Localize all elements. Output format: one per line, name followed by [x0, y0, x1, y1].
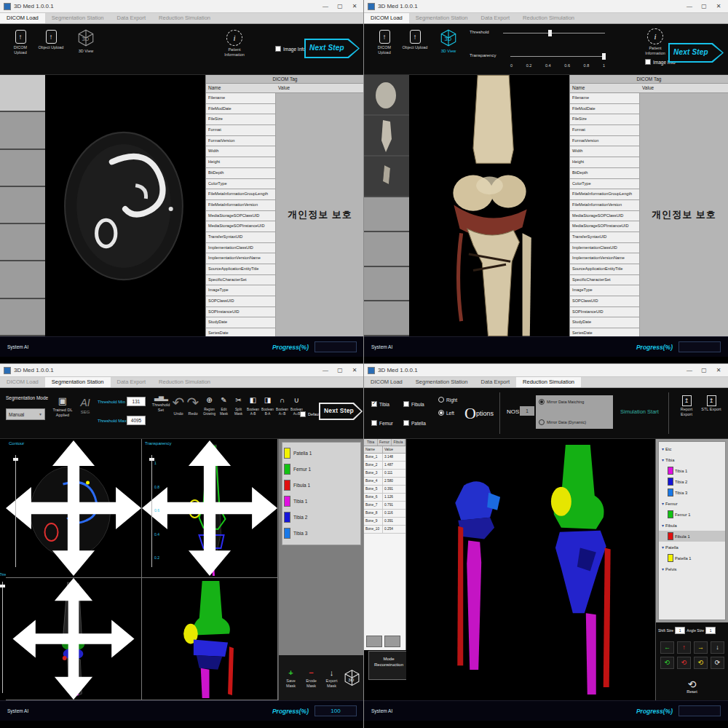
threshold-min-input[interactable]	[127, 397, 146, 406]
dicom-tag-row[interactable]: FileSize	[570, 114, 640, 125]
tree-expander-icon[interactable]: ▾	[662, 446, 664, 451]
threshold-slider[interactable]: Threshold	[470, 30, 608, 39]
dicom-tag-row[interactable]: StudyDate	[570, 317, 640, 328]
legend-item[interactable]: Tibia 1	[284, 493, 359, 509]
transparency-vertical-slider[interactable]	[151, 455, 152, 567]
legend-item[interactable]: Femur 1	[284, 461, 359, 477]
dicom-tag-row[interactable]: MediaStorageSOPInstanceUID	[206, 221, 276, 232]
series-thumbnail[interactable]	[0, 112, 45, 149]
dicom-tag-row[interactable]: ImageType	[570, 285, 640, 296]
nav-tab[interactable]: Data Export	[475, 377, 517, 387]
next-step-button[interactable]: Next Step	[668, 43, 724, 63]
seg-tool-button[interactable]: Edit Mask	[217, 394, 231, 416]
bone-visibility-checkbox[interactable]: Patella	[403, 416, 435, 430]
dicom-tag-row[interactable]: SpecificCharacterSet	[570, 275, 640, 286]
close-button[interactable]: ✕	[349, 367, 360, 373]
side-radio[interactable]: Right	[438, 397, 457, 403]
dicom-tag-row[interactable]: ImplementationClassUID	[206, 243, 276, 254]
threshold-vertical-slider[interactable]	[2, 582, 3, 693]
stl-export-button[interactable]: ↥ STL Export	[700, 395, 722, 412]
dicom-tag-row[interactable]: ImageType	[206, 285, 276, 296]
series-thumbnail[interactable]	[0, 224, 45, 261]
seg-tool-button[interactable]: Split Mask	[232, 394, 245, 416]
nav-tab[interactable]: Segmentation Station	[45, 13, 111, 23]
series-thumbnail-strip[interactable]	[364, 75, 409, 336]
angle-size-input[interactable]	[705, 627, 716, 634]
dicom-tag-row[interactable]: Width	[206, 146, 276, 157]
transparency-slider-handle[interactable]	[602, 53, 606, 60]
dicom-tag-row[interactable]: FileMetaInformationGroupLength	[206, 189, 276, 200]
dicom-tag-row[interactable]: SOPClassUID	[570, 296, 640, 307]
bone-table-row[interactable]: Bone_3 0.111	[364, 470, 405, 478]
minimize-button[interactable]: —	[684, 3, 695, 9]
dicom-tag-row[interactable]: Width	[570, 146, 640, 157]
tree-item[interactable]: ▾ Patella 1	[659, 553, 725, 563]
seg-tool-button[interactable]: Region Growing	[202, 394, 216, 416]
tree-item[interactable]: ▾ Tibia	[659, 454, 725, 465]
dicom-tag-row[interactable]: Filename	[206, 93, 276, 104]
series-thumbnail[interactable]	[0, 299, 45, 336]
shift-size-input[interactable]	[675, 627, 685, 634]
transform-button[interactable]: →	[694, 641, 708, 654]
nav-tab[interactable]: DICOM Load	[0, 13, 45, 23]
dicom-tag-row[interactable]: ImplementationVersionName	[570, 253, 640, 264]
dicom-tag-row[interactable]: BitDepth	[570, 168, 640, 179]
volume-render-viewport[interactable]	[409, 75, 569, 336]
tree-item[interactable]: ▾ Fibula	[659, 520, 725, 531]
minimize-button[interactable]: —	[684, 367, 695, 373]
ct-axial-viewport[interactable]	[45, 75, 205, 336]
move-icon[interactable]	[142, 439, 277, 577]
nav-tab[interactable]: DICOM Load	[364, 13, 409, 23]
tree-item[interactable]: ▾ Etc	[659, 443, 725, 454]
transparency-slider[interactable]: Transparency	[470, 53, 608, 62]
tree-item[interactable]: ▾ Fibula 1	[659, 531, 725, 542]
series-thumbnail[interactable]	[364, 197, 409, 232]
dicom-tag-row[interactable]: Format	[570, 125, 640, 136]
transform-button[interactable]: ↓	[711, 641, 724, 654]
3d-view-button[interactable]: 3D 3D View	[71, 28, 100, 54]
mirror-radio[interactable]: Mirror Data Matching	[539, 399, 610, 405]
contour-slider[interactable]	[15, 455, 16, 567]
image-info-checkbox[interactable]: Image Info	[275, 46, 306, 52]
bone-table-row[interactable]: Bone_7 0.791	[364, 502, 405, 510]
simulation-3d-viewport[interactable]	[406, 439, 655, 700]
tree-item[interactable]: ▾ Tibia 3	[659, 487, 725, 498]
object-upload-button[interactable]: ↑ Object Upload	[38, 30, 64, 50]
reset-button[interactable]: ⟲ Reset	[656, 679, 728, 694]
coronal-transparency-viewport[interactable]: Transparency 10.80.60.40.2	[142, 439, 277, 577]
dicom-tag-row[interactable]: MediaStorageSOPClassUID	[206, 211, 276, 222]
tree-expander-icon[interactable]: ▾	[662, 501, 664, 506]
transform-button[interactable]: ⟲	[660, 657, 674, 669]
dicom-tag-row[interactable]: SeriesDate	[206, 328, 276, 336]
minimize-button[interactable]: —	[320, 367, 331, 373]
transform-button[interactable]: ↑	[677, 641, 691, 654]
series-thumbnail[interactable]	[364, 232, 409, 267]
dicom-tag-row[interactable]: Format	[206, 125, 276, 136]
dicom-tag-row[interactable]: MediaStorageSOPInstanceUID	[570, 221, 640, 232]
dicom-tag-row[interactable]: ImplementationVersionName	[206, 253, 276, 264]
3d-view-button-active[interactable]: 3D 3D View	[434, 28, 463, 54]
nav-tab[interactable]: Reduction Simulation	[516, 13, 581, 23]
bone-table-row[interactable]: Bone_10 0.254	[364, 526, 405, 534]
series-thumbnail[interactable]	[0, 261, 45, 298]
dicom-tag-row[interactable]: StudyDate	[206, 317, 276, 328]
coronal-threshold-viewport[interactable]	[6, 578, 141, 700]
tree-item[interactable]: ▾ Femur 1	[659, 509, 725, 520]
bone-table-row[interactable]: Bone_4 2.580	[364, 478, 405, 486]
dicom-tag-row[interactable]: SOPClassUID	[206, 296, 276, 307]
dicom-tag-row[interactable]: FormatVersion	[206, 136, 276, 147]
legend-item[interactable]: Tibia 2	[284, 509, 359, 525]
legend-item[interactable]: Tibia 3	[284, 525, 359, 541]
mirror-radio[interactable]: Mirror Data (Dynamic)	[539, 419, 610, 425]
3d-cube-icon[interactable]: 3D	[343, 666, 361, 689]
bone-table-row[interactable]: Bone_1 3.148	[364, 454, 405, 462]
nav-tab[interactable]: Segmentation Station	[409, 13, 475, 23]
series-thumbnail-strip[interactable]	[0, 75, 45, 336]
bone-table-row[interactable]: Bone_6 1.126	[364, 494, 405, 502]
nav-tab[interactable]: DICOM Load	[0, 377, 45, 387]
dicom-tag-row[interactable]: FileSize	[206, 114, 276, 125]
nav-tab[interactable]: Data Export	[111, 377, 153, 387]
mask-action-button[interactable]: + Save Mask	[282, 668, 300, 689]
undo-button[interactable]: ↶ Undo	[172, 395, 185, 416]
threshold-slider-handle[interactable]	[548, 30, 552, 36]
